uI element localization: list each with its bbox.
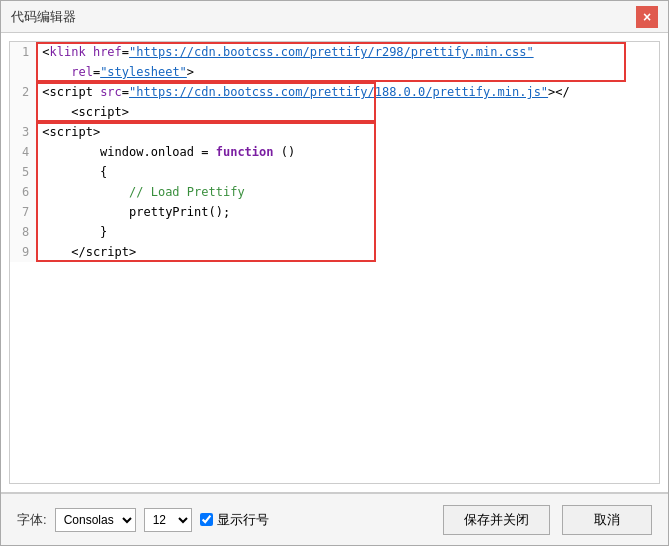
table-row: 4 window.onload = function () <box>10 142 659 162</box>
table-row: 5 { <box>10 162 659 182</box>
table-row: 2 <script src="https://cdn.bootcss.com/p… <box>10 82 659 102</box>
line-number: 7 <box>10 202 38 222</box>
code-line: <script src="https://cdn.bootcss.com/pre… <box>38 82 659 102</box>
code-line: rel="stylesheet"> <box>38 62 659 82</box>
table-row: 1 <klink href="https://cdn.bootcss.com/p… <box>10 42 659 62</box>
show-line-numbers-label[interactable]: 显示行号 <box>200 511 269 529</box>
table-row: 8 } <box>10 222 659 242</box>
code-line: { <box>38 162 659 182</box>
code-wrapper: 1 <klink href="https://cdn.bootcss.com/p… <box>9 41 660 484</box>
font-select[interactable]: Consolas <box>55 508 136 532</box>
code-line: // Load Prettify <box>38 182 659 202</box>
bottom-bar: 字体: Consolas 12 显示行号 保存并关闭 取消 <box>1 493 668 545</box>
line-number: 2 <box>10 82 38 102</box>
line-number: 9 <box>10 242 38 262</box>
line-number: 3 <box>10 122 38 142</box>
cancel-button[interactable]: 取消 <box>562 505 652 535</box>
font-label: 字体: <box>17 511 47 529</box>
dialog: 代码编辑器 × 1 <klink href="https://cdn.bootc… <box>0 0 669 546</box>
save-close-button[interactable]: 保存并关闭 <box>443 505 550 535</box>
code-line: window.onload = function () <box>38 142 659 162</box>
line-number <box>10 62 38 82</box>
code-editor[interactable]: 1 <klink href="https://cdn.bootcss.com/p… <box>9 41 660 484</box>
line-number: 4 <box>10 142 38 162</box>
table-row: 9 </script> <box>10 242 659 262</box>
close-button[interactable]: × <box>636 6 658 28</box>
table-row: rel="stylesheet"> <box>10 62 659 82</box>
code-table: 1 <klink href="https://cdn.bootcss.com/p… <box>10 42 659 262</box>
editor-area: 1 <klink href="https://cdn.bootcss.com/p… <box>1 33 668 493</box>
table-row: 6 // Load Prettify <box>10 182 659 202</box>
table-row: 7 prettyPrint(); <box>10 202 659 222</box>
show-line-numbers-checkbox[interactable] <box>200 513 213 526</box>
line-number: 1 <box>10 42 38 62</box>
title-bar: 代码编辑器 × <box>1 1 668 33</box>
action-buttons: 保存并关闭 取消 <box>443 505 652 535</box>
line-number: 5 <box>10 162 38 182</box>
code-line: prettyPrint(); <box>38 202 659 222</box>
table-row: <script> <box>10 102 659 122</box>
code-line: <script> <box>38 102 659 122</box>
code-line: <script> <box>38 122 659 142</box>
code-line: </script> <box>38 242 659 262</box>
line-number <box>10 102 38 122</box>
table-row: 3 <script> <box>10 122 659 142</box>
code-line: <klink href="https://cdn.bootcss.com/pre… <box>38 42 659 62</box>
dialog-title: 代码编辑器 <box>11 8 76 26</box>
code-line: } <box>38 222 659 242</box>
line-number: 8 <box>10 222 38 242</box>
line-number: 6 <box>10 182 38 202</box>
show-line-numbers-text: 显示行号 <box>217 511 269 529</box>
size-select[interactable]: 12 <box>144 508 192 532</box>
